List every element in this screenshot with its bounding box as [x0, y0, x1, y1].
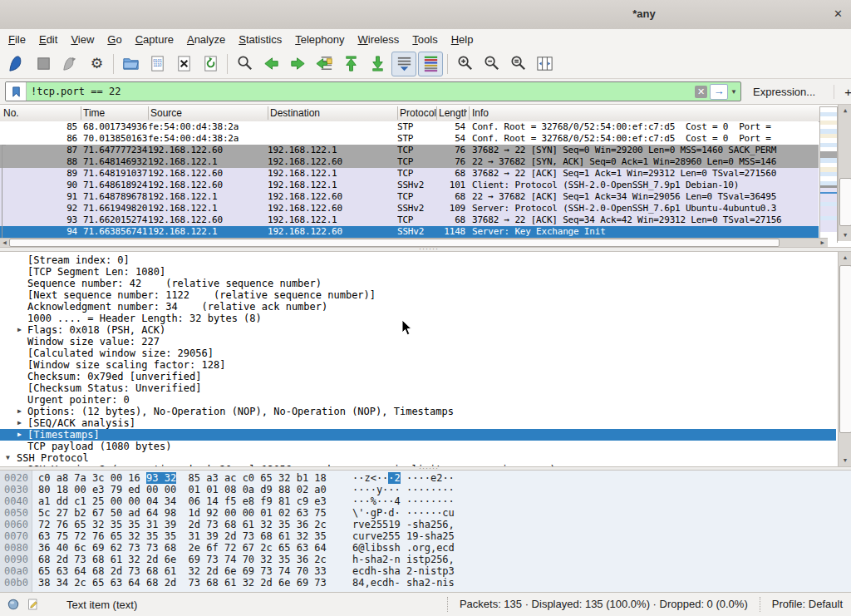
expand-icon[interactable]: ▶ [17, 417, 22, 429]
packet-row-89[interactable]: 8971.648191037192.168.122.60192.168.122.… [0, 168, 819, 180]
hex-row-00a0[interactable]: 00a065 63 64 68 2d 73 68 61 32 2d 6e 69 … [0, 565, 836, 577]
detail-line[interactable]: Urgent pointer: 0 [0, 394, 836, 406]
scroll-down-icon[interactable]: ▼ [839, 229, 851, 241]
detail-line[interactable]: Window size value: 227 [0, 336, 836, 347]
column-header-time[interactable]: Time [83, 105, 148, 121]
detail-line[interactable]: ▼SSH Protocol [0, 452, 836, 464]
add-filter-button[interactable]: + [834, 85, 851, 99]
profile-button[interactable]: Profile: Default [760, 597, 843, 612]
title-bar[interactable]: *any ✕ [0, 0, 851, 30]
expand-icon[interactable]: ▶ [17, 324, 22, 336]
scroll-up-icon[interactable]: ▲ [839, 105, 851, 116]
packet-row-92[interactable]: 9271.661949820192.168.122.1192.168.122.6… [0, 203, 819, 214]
filter-expression-text[interactable]: !tcp.port == 22 [27, 86, 695, 97]
restart-capture-button[interactable] [57, 52, 82, 76]
packet-row-93[interactable]: 9371.662015274192.168.122.60192.168.122.… [0, 214, 819, 226]
detail-line[interactable]: [Next sequence number: 1122 (relative se… [0, 289, 836, 301]
menu-analyze[interactable]: Analyze [180, 31, 232, 48]
save-file-button[interactable]: 01011110 [145, 52, 170, 76]
packet-list-vertical-scrollbar[interactable]: ▲ ▼ [838, 105, 851, 241]
menu-statistics[interactable]: Statistics [232, 31, 288, 48]
column-header-source[interactable]: Source [150, 105, 268, 121]
filter-clear-button[interactable]: ✕ [695, 86, 707, 98]
stop-capture-button[interactable] [31, 52, 56, 76]
hex-row-0090[interactable]: 009068 2d 73 68 61 32 2d 6e 69 73 74 70 … [0, 554, 836, 565]
detail-line[interactable]: [Window size scaling factor: 128] [0, 359, 836, 371]
menu-telephony[interactable]: Telephony [288, 31, 351, 48]
menu-help[interactable]: Help [445, 31, 480, 48]
packet-list-minimap[interactable] [819, 106, 838, 243]
find-packet-button[interactable] [232, 52, 257, 76]
go-forward-button[interactable] [285, 52, 310, 76]
menu-tools[interactable]: Tools [406, 31, 444, 48]
filter-dropdown-caret-icon[interactable]: ▼ [730, 88, 737, 96]
scrollbar-thumb[interactable] [839, 265, 851, 433]
filter-apply-button[interactable]: → [710, 84, 728, 100]
expression-button[interactable]: Expression... [753, 86, 815, 98]
packet-row-87[interactable]: 8771.647777234192.168.122.60192.168.122.… [0, 145, 819, 156]
zoom-out-button[interactable] [479, 52, 504, 76]
hex-row-0050[interactable]: 00505c 27 b2 67 50 ad 64 98 1d 92 00 00 … [0, 507, 836, 519]
hex-row-0040[interactable]: 0040a1 dd c1 25 00 00 04 34 06 14 f5 e8 … [0, 495, 836, 507]
packet-row-85[interactable]: 8568.001734936fe:54:00:d4:38:2aSTP54Conf… [0, 121, 819, 133]
menu-view[interactable]: View [64, 31, 101, 48]
menu-go[interactable]: Go [101, 31, 128, 48]
detail-line[interactable]: Acknowledgment number: 34 (relative ack … [0, 301, 836, 313]
expand-icon[interactable]: ▶ [17, 406, 22, 417]
detail-line[interactable]: 1000 .... = Header Length: 32 bytes (8) [0, 313, 836, 324]
zoom-original-button[interactable] [505, 52, 530, 76]
zoom-in-button[interactable] [452, 52, 477, 76]
detail-line[interactable]: [TCP Segment Len: 1080] [0, 266, 836, 278]
detail-line[interactable]: Sequence number: 42 (relative sequence n… [0, 278, 836, 289]
menu-capture[interactable]: Capture [129, 31, 180, 48]
hex-row-0030[interactable]: 003080 18 00 e3 79 ed 00 00 01 01 08 0a … [0, 484, 836, 495]
hex-row-0020[interactable]: 0020c0 a8 7a 3c 00 16 93 32 85 a3 ac c0 … [0, 472, 836, 484]
packet-row-90[interactable]: 9071.648618924192.168.122.60192.168.122.… [0, 180, 819, 191]
expand-icon[interactable]: ▶ [17, 429, 22, 441]
column-header-protocol[interactable]: Protocol [400, 105, 436, 121]
menu-wireless[interactable]: Wireless [352, 31, 406, 48]
go-first-button[interactable] [338, 52, 363, 76]
go-last-button[interactable] [365, 52, 390, 76]
hex-row-0060[interactable]: 006072 76 65 32 35 35 31 39 2d 73 68 61 … [0, 519, 836, 530]
packet-row-88[interactable]: 8871.648146932192.168.122.1192.168.122.6… [0, 156, 819, 168]
column-header-no[interactable]: No. [3, 105, 78, 121]
display-filter-input[interactable]: !tcp.port == 22 ✕ → ▼ [5, 81, 741, 101]
colorize-packets-button[interactable] [418, 52, 443, 76]
packet-row-86[interactable]: 8670.013850163fe:54:00:d4:38:2aSTP54Conf… [0, 133, 819, 145]
column-header-info[interactable]: Info [472, 105, 817, 121]
menu-file[interactable]: File [2, 31, 32, 48]
resize-columns-button[interactable] [532, 52, 557, 76]
capture-options-button[interactable]: ⚙ [84, 52, 109, 76]
capture-comment-icon[interactable] [20, 598, 40, 611]
detail-line[interactable]: ▶Flags: 0x018 (PSH, ACK) [0, 324, 836, 336]
detail-line[interactable]: [Checksum Status: Unverified] [0, 382, 836, 394]
expert-info-icon[interactable] [7, 598, 20, 611]
close-file-button[interactable] [171, 52, 196, 76]
detail-line[interactable]: ▶Options: (12 bytes), No-Operation (NOP)… [0, 406, 836, 417]
hex-row-00b0[interactable]: 00b038 34 2c 65 63 64 68 2d 73 68 61 32 … [0, 577, 836, 589]
auto-scroll-button[interactable] [391, 52, 416, 76]
packet-row-94[interactable]: 9471.663856741192.168.122.1192.168.122.6… [0, 226, 819, 238]
menu-edit[interactable]: Edit [32, 31, 64, 48]
collapse-icon[interactable]: ▼ [6, 452, 10, 464]
detail-line[interactable]: TCP payload (1080 bytes) [0, 441, 836, 452]
detail-line[interactable]: [Stream index: 0] [0, 254, 836, 266]
scroll-down-icon[interactable]: ▼ [839, 455, 851, 466]
hex-row-0080[interactable]: 008036 40 6c 69 62 73 73 68 2e 6f 72 67 … [0, 542, 836, 554]
go-back-button[interactable] [258, 52, 283, 76]
reload-file-button[interactable] [198, 52, 223, 76]
detail-line[interactable]: [Calculated window size: 29056] [0, 347, 836, 359]
detail-line[interactable]: ▶[Timestamps] [0, 429, 836, 441]
scrollbar-thumb[interactable] [839, 178, 851, 226]
scroll-up-icon[interactable]: ▲ [839, 252, 851, 264]
hex-row-0070[interactable]: 007063 75 72 76 65 32 35 35 31 39 2d 73 … [0, 530, 836, 542]
detail-line[interactable]: Checksum: 0x79ed [unverified] [0, 371, 836, 382]
start-capture-button[interactable] [4, 52, 29, 76]
column-header-length[interactable]: Length [439, 105, 467, 121]
scrollbar-thumb[interactable] [9, 239, 780, 247]
detail-vertical-scrollbar[interactable]: ▲ ▼ [838, 252, 851, 466]
filter-bookmark-button[interactable] [6, 82, 27, 101]
packet-row-91[interactable]: 9171.648789678192.168.122.1192.168.122.6… [0, 191, 819, 203]
packet-list-header[interactable]: No.TimeSourceDestinationProtocolLengthIn… [0, 105, 851, 122]
